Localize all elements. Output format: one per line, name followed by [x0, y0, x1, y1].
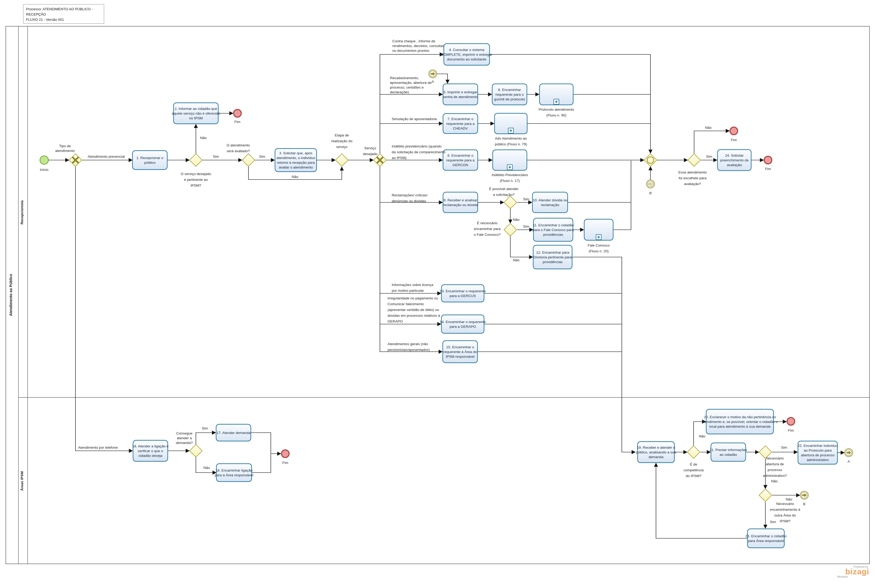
task-12[interactable]: 12. Encaminhar paraDiretoria pertinente …: [533, 245, 572, 269]
gw-tipo-atendimento[interactable]: [69, 154, 82, 166]
diagram-label: Sim: [523, 197, 529, 201]
task-3[interactable]: 3. Solicitar que, apósatendimento, o ind…: [275, 148, 317, 172]
task-13[interactable]: 13. Encaminhar o requerentepara a GERCUS: [440, 285, 486, 302]
task-20[interactable]: 20. Esclarecer o motivo da não pertinênc…: [702, 409, 777, 434]
link-b-throw[interactable]: [800, 491, 809, 500]
diagram-label: Não: [204, 466, 210, 470]
gw-merge-inclusive[interactable]: [644, 154, 657, 166]
diagram-label: Não: [771, 479, 778, 483]
svg-text:6. Encaminhar: 6. Encaminhar: [498, 88, 521, 92]
diagram-label: Comunicar falecimento: [387, 302, 424, 306]
diagram-label: Esse atendimento: [678, 170, 707, 174]
gw-outra-area[interactable]: [759, 489, 771, 501]
start-inicio[interactable]: [40, 156, 48, 164]
task-22[interactable]: 22. Encaminhar indivíduoao Protocolo par…: [798, 441, 837, 464]
sequence-flow-47: [196, 457, 216, 472]
task-6[interactable]: 6. Encaminharrequerente para oguichê de …: [492, 84, 527, 105]
task-5[interactable]: 5. Imprimir e entregarsenha de atendimen…: [443, 84, 478, 105]
diagram-label: (Fluxo n. 20): [589, 249, 609, 253]
diagram-label: Não: [200, 136, 207, 140]
link-a-catch[interactable]: [429, 70, 437, 78]
subprocess-fale-conosco[interactable]: [584, 219, 613, 240]
diagram-label: É de: [690, 462, 697, 466]
sequence-flow-2: [75, 166, 132, 451]
diagram-label: demanda?: [176, 441, 193, 445]
task-11[interactable]: 11. Encaminhar o cidadãopara o Fale Cono…: [533, 218, 574, 241]
gw-servico-pertinente[interactable]: [189, 154, 202, 166]
task-1[interactable]: 1. Recepcionar opúblico: [132, 151, 167, 170]
gw-consegue-atender[interactable]: [189, 444, 202, 457]
end-fim-task24[interactable]: [764, 156, 772, 164]
diagram-label: Sim: [213, 154, 219, 159]
task-14[interactable]: 14. Encaminhar o requerentepara a GERAPO: [440, 315, 486, 333]
svg-text:requerente para a: requerente para a: [446, 122, 474, 126]
svg-text:14. Encaminhar o requerente: 14. Encaminhar o requerente: [440, 320, 486, 324]
task-10[interactable]: 10. Atender dúvida oureclamação: [533, 192, 568, 213]
end-fim-task20[interactable]: [787, 418, 795, 425]
diagram-label: Necessário: [766, 456, 784, 460]
diagram-label: Não: [513, 218, 519, 222]
gw-possivel-atender[interactable]: [504, 196, 517, 209]
diagram-label: realização do: [331, 139, 352, 143]
task-23[interactable]: 23. Encaminhar o cidadãopara Área respon…: [745, 529, 786, 548]
subprocess-indebito[interactable]: [493, 150, 527, 170]
diagram-label: Simulação de aposentadoria: [392, 117, 437, 121]
task-9[interactable]: 9. Receber e analisarreclamação ou dúvid…: [443, 192, 478, 213]
task-2[interactable]: 2. Informar ao cidadão queaquele serviço…: [172, 103, 220, 124]
gw-escolhido-avaliacao[interactable]: [688, 154, 701, 166]
gw-atendimento-avaliado[interactable]: [242, 154, 255, 166]
link-a-throw[interactable]: [845, 449, 853, 457]
svg-text:CHEADV: CHEADV: [453, 126, 468, 130]
diagram-label: A: [431, 80, 434, 84]
subprocess-protocolo[interactable]: [539, 84, 573, 105]
task-8[interactable]: 8. Encaminhar orequerente para aGERCON: [443, 150, 478, 170]
sequence-flow-48: [251, 433, 281, 454]
svg-text:GERCON: GERCON: [452, 163, 468, 167]
task-18[interactable]: 18. Encaminhar ligaçãopara a Área respon…: [215, 464, 253, 482]
diagram-label: processo, certidões e: [390, 86, 423, 89]
task-15[interactable]: 15. Encaminhar orequerente à Área doIPSM…: [443, 340, 477, 363]
subprocess-adv[interactable]: [495, 113, 527, 134]
diagram-label: declarações: [390, 90, 409, 94]
diagram-label: público (Fluxo n. 79): [495, 142, 527, 146]
svg-text:4. Consultar o sistema: 4. Consultar o sistema: [449, 48, 485, 52]
diagram-label: Etapa de: [335, 133, 349, 137]
diagram-label: o Fale Conosco?: [474, 232, 501, 237]
task-16[interactable]: 16. Atender a ligação everificar o que o…: [132, 440, 168, 461]
diagram-label: Indébito previdenciário (quando: [392, 144, 441, 148]
svg-text:13. Encaminhar o requerente: 13. Encaminhar o requerente: [440, 289, 486, 293]
task-21[interactable]: 21. Prestar informaçõesao cidadão: [709, 443, 747, 461]
diagram-label: do IPSM?: [686, 474, 701, 478]
svg-text:para o Fale Conosco para: para o Fale Conosco para: [533, 228, 574, 232]
diagram-label: Sim: [523, 225, 529, 228]
end-fim-telefone[interactable]: [282, 450, 289, 458]
svg-text:20. Esclarecer o motivo da não: 20. Esclarecer o motivo da não pertinênc…: [704, 415, 776, 419]
svg-text:22. Encaminhar indivíduo: 22. Encaminhar indivíduo: [798, 444, 837, 448]
task-19[interactable]: 19. Receber e atender opúblico, analisan…: [636, 442, 676, 463]
end-fim-task2[interactable]: [234, 110, 242, 117]
sequence-flow-49: [251, 454, 271, 472]
diagram-label: Contra cheque , informe de: [392, 39, 435, 43]
svg-text:requerente para o: requerente para o: [495, 93, 524, 96]
task-4[interactable]: 4. Consultar o sistemaCOMPLETE, imprimir…: [441, 44, 492, 65]
svg-text:reclamação: reclamação: [541, 203, 559, 207]
diagram-label: atender a: [177, 436, 192, 440]
svg-text:24. Solicitar: 24. Solicitar: [725, 153, 744, 158]
sequence-flow-51: [693, 422, 705, 446]
diagram-label: Fim: [765, 167, 771, 171]
svg-text:atendimento, o indivíduo: atendimento, o indivíduo: [276, 156, 315, 160]
diagram-label: processo: [768, 468, 782, 472]
sequence-flow-36: [572, 257, 635, 452]
svg-text:15. Encaminhar o: 15. Encaminhar o: [446, 345, 474, 349]
task-7[interactable]: 7. Encaminhar orequerente para aCHEADV: [443, 114, 478, 134]
gw-necessario-fale-conosco[interactable]: [504, 224, 517, 236]
diagram-label: Serviço: [364, 146, 376, 150]
task-17[interactable]: 17. Atender demanda: [216, 424, 251, 441]
end-fim-avaliacao-nao[interactable]: [730, 127, 738, 135]
gw-etapa-realizacao[interactable]: [336, 154, 348, 166]
task-24[interactable]: 24. Solicitarpreenchimento daavaliação: [717, 150, 751, 171]
svg-text:avaliar o atendimento: avaliar o atendimento: [279, 165, 313, 169]
link-b-catch[interactable]: [647, 180, 655, 188]
svg-text:abertura de processo: abertura de processo: [801, 453, 834, 457]
gw-competencia-ipsm[interactable]: [687, 446, 700, 458]
